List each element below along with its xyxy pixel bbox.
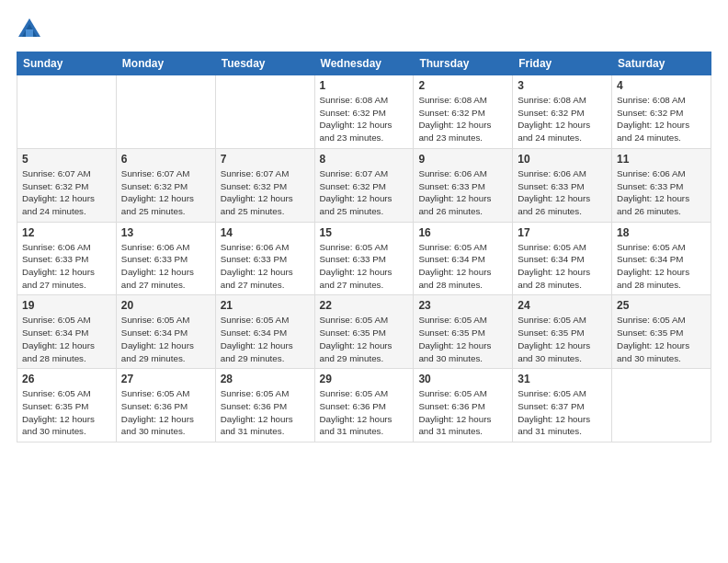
day-cell: 19Sunrise: 6:05 AM Sunset: 6:34 PM Dayli… [17, 295, 117, 369]
day-number: 26 [22, 373, 111, 385]
day-number: 17 [518, 226, 607, 239]
day-cell: 3Sunrise: 6:08 AM Sunset: 6:32 PM Daylig… [513, 75, 612, 149]
day-cell [612, 369, 711, 442]
day-info: Sunrise: 6:05 AM Sunset: 6:34 PM Dayligh… [617, 241, 706, 292]
week-row-3: 12Sunrise: 6:06 AM Sunset: 6:33 PM Dayli… [17, 222, 711, 295]
day-number: 30 [418, 373, 507, 385]
header-row: SundayMondayTuesdayWednesdayThursdayFrid… [17, 52, 711, 75]
day-cell [215, 75, 314, 149]
day-info: Sunrise: 6:07 AM Sunset: 6:32 PM Dayligh… [221, 167, 310, 218]
day-number: 15 [320, 226, 409, 239]
day-number: 20 [121, 299, 210, 312]
day-number: 27 [121, 373, 210, 385]
week-row-4: 19Sunrise: 6:05 AM Sunset: 6:34 PM Dayli… [17, 295, 711, 369]
day-info: Sunrise: 6:05 AM Sunset: 6:35 PM Dayligh… [418, 314, 507, 364]
day-number: 24 [518, 299, 607, 312]
day-number: 9 [418, 153, 507, 166]
day-header-thursday: Thursday [414, 52, 513, 75]
day-cell: 13Sunrise: 6:06 AM Sunset: 6:33 PM Dayli… [116, 222, 215, 295]
day-cell: 26Sunrise: 6:05 AM Sunset: 6:35 PM Dayli… [17, 369, 117, 442]
day-info: Sunrise: 6:05 AM Sunset: 6:36 PM Dayligh… [418, 387, 507, 438]
day-number: 16 [418, 226, 507, 239]
day-info: Sunrise: 6:05 AM Sunset: 6:36 PM Dayligh… [121, 387, 210, 438]
day-cell: 16Sunrise: 6:05 AM Sunset: 6:34 PM Dayli… [414, 222, 513, 295]
day-number: 5 [22, 153, 111, 166]
day-info: Sunrise: 6:08 AM Sunset: 6:32 PM Dayligh… [518, 94, 607, 144]
day-info: Sunrise: 6:05 AM Sunset: 6:36 PM Dayligh… [320, 387, 409, 438]
day-cell: 8Sunrise: 6:07 AM Sunset: 6:32 PM Daylig… [314, 148, 414, 222]
day-number: 12 [22, 226, 111, 239]
day-number: 23 [418, 299, 507, 312]
day-number: 31 [518, 373, 607, 385]
day-cell: 27Sunrise: 6:05 AM Sunset: 6:36 PM Dayli… [116, 369, 215, 442]
day-header-monday: Monday [116, 52, 215, 75]
day-number: 10 [518, 153, 607, 166]
day-number: 13 [121, 226, 210, 239]
day-cell: 17Sunrise: 6:05 AM Sunset: 6:34 PM Dayli… [513, 222, 612, 295]
svg-rect-2 [26, 29, 33, 37]
day-cell: 9Sunrise: 6:06 AM Sunset: 6:33 PM Daylig… [414, 148, 513, 222]
day-info: Sunrise: 6:08 AM Sunset: 6:32 PM Dayligh… [320, 94, 409, 144]
day-number: 25 [617, 299, 706, 312]
day-cell: 15Sunrise: 6:05 AM Sunset: 6:33 PM Dayli… [314, 222, 414, 295]
day-header-wednesday: Wednesday [314, 52, 414, 75]
day-number: 11 [617, 153, 706, 166]
day-number: 18 [617, 226, 706, 239]
day-cell: 20Sunrise: 6:05 AM Sunset: 6:34 PM Dayli… [116, 295, 215, 369]
calendar-body: 1Sunrise: 6:08 AM Sunset: 6:32 PM Daylig… [17, 75, 711, 442]
day-number: 1 [320, 79, 409, 92]
day-info: Sunrise: 6:07 AM Sunset: 6:32 PM Dayligh… [121, 167, 210, 218]
day-info: Sunrise: 6:06 AM Sunset: 6:33 PM Dayligh… [221, 241, 310, 292]
day-cell: 21Sunrise: 6:05 AM Sunset: 6:34 PM Dayli… [215, 295, 314, 369]
day-info: Sunrise: 6:06 AM Sunset: 6:33 PM Dayligh… [418, 167, 507, 218]
day-header-friday: Friday [513, 52, 612, 75]
day-info: Sunrise: 6:05 AM Sunset: 6:34 PM Dayligh… [221, 314, 310, 364]
day-info: Sunrise: 6:05 AM Sunset: 6:33 PM Dayligh… [320, 241, 409, 292]
day-info: Sunrise: 6:07 AM Sunset: 6:32 PM Dayligh… [320, 167, 409, 218]
day-header-saturday: Saturday [612, 52, 711, 75]
day-cell: 25Sunrise: 6:05 AM Sunset: 6:35 PM Dayli… [612, 295, 711, 369]
day-info: Sunrise: 6:05 AM Sunset: 6:35 PM Dayligh… [617, 314, 706, 364]
day-header-sunday: Sunday [17, 52, 117, 75]
day-cell: 12Sunrise: 6:06 AM Sunset: 6:33 PM Dayli… [17, 222, 117, 295]
day-number: 4 [617, 79, 706, 92]
header [17, 17, 711, 42]
day-number: 3 [518, 79, 607, 92]
day-cell: 18Sunrise: 6:05 AM Sunset: 6:34 PM Dayli… [612, 222, 711, 295]
calendar-header: SundayMondayTuesdayWednesdayThursdayFrid… [17, 52, 711, 75]
day-info: Sunrise: 6:08 AM Sunset: 6:32 PM Dayligh… [418, 94, 507, 144]
day-cell: 23Sunrise: 6:05 AM Sunset: 6:35 PM Dayli… [414, 295, 513, 369]
day-cell: 5Sunrise: 6:07 AM Sunset: 6:32 PM Daylig… [17, 148, 117, 222]
day-info: Sunrise: 6:06 AM Sunset: 6:33 PM Dayligh… [121, 241, 210, 292]
day-info: Sunrise: 6:05 AM Sunset: 6:34 PM Dayligh… [22, 314, 111, 364]
day-info: Sunrise: 6:07 AM Sunset: 6:32 PM Dayligh… [22, 167, 111, 218]
day-cell: 11Sunrise: 6:06 AM Sunset: 6:33 PM Dayli… [612, 148, 711, 222]
day-info: Sunrise: 6:05 AM Sunset: 6:35 PM Dayligh… [320, 314, 409, 364]
day-info: Sunrise: 6:05 AM Sunset: 6:35 PM Dayligh… [518, 314, 607, 364]
calendar: SundayMondayTuesdayWednesdayThursdayFrid… [17, 52, 711, 442]
day-cell: 14Sunrise: 6:06 AM Sunset: 6:33 PM Dayli… [215, 222, 314, 295]
day-number: 14 [221, 226, 310, 239]
logo [17, 17, 46, 42]
week-row-1: 1Sunrise: 6:08 AM Sunset: 6:32 PM Daylig… [17, 75, 711, 149]
day-number: 6 [121, 153, 210, 166]
day-info: Sunrise: 6:06 AM Sunset: 6:33 PM Dayligh… [22, 241, 111, 292]
day-number: 28 [221, 373, 310, 385]
day-number: 29 [320, 373, 409, 385]
day-cell: 7Sunrise: 6:07 AM Sunset: 6:32 PM Daylig… [215, 148, 314, 222]
day-number: 2 [418, 79, 507, 92]
day-info: Sunrise: 6:06 AM Sunset: 6:33 PM Dayligh… [518, 167, 607, 218]
page: SundayMondayTuesdayWednesdayThursdayFrid… [0, 0, 728, 563]
day-number: 22 [320, 299, 409, 312]
day-info: Sunrise: 6:05 AM Sunset: 6:34 PM Dayligh… [518, 241, 607, 292]
day-cell: 6Sunrise: 6:07 AM Sunset: 6:32 PM Daylig… [116, 148, 215, 222]
day-number: 8 [320, 153, 409, 166]
day-number: 19 [22, 299, 111, 312]
day-cell: 29Sunrise: 6:05 AM Sunset: 6:36 PM Dayli… [314, 369, 414, 442]
day-info: Sunrise: 6:05 AM Sunset: 6:35 PM Dayligh… [22, 387, 111, 438]
day-info: Sunrise: 6:05 AM Sunset: 6:36 PM Dayligh… [221, 387, 310, 438]
day-number: 21 [221, 299, 310, 312]
day-number: 7 [221, 153, 310, 166]
day-cell: 24Sunrise: 6:05 AM Sunset: 6:35 PM Dayli… [513, 295, 612, 369]
day-cell [17, 75, 117, 149]
